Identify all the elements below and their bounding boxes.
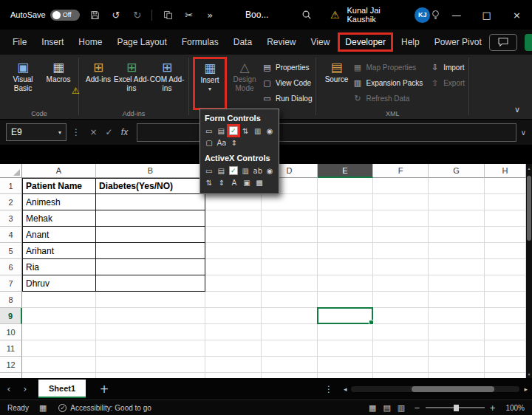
search-icon[interactable]: [301, 10, 313, 20]
add-sheet-button[interactable]: +: [98, 383, 111, 396]
cell-A12[interactable]: [22, 357, 96, 373]
horizontal-scroll-thumb[interactable]: [412, 386, 494, 392]
checkbox-activex-icon[interactable]: ✓: [229, 166, 238, 175]
cell-D13[interactable]: [262, 373, 318, 378]
view-code-button[interactable]: ▢ View Code: [262, 78, 312, 89]
column-header-E[interactable]: E: [318, 164, 373, 178]
cell-A1[interactable]: Patient Name: [22, 178, 96, 194]
row-header-11[interactable]: 11: [0, 340, 22, 357]
cell-C6[interactable]: [205, 259, 262, 275]
map-properties-button[interactable]: ▦ Map Properties: [352, 62, 423, 73]
cell-H8[interactable]: [485, 292, 526, 308]
cell-C8[interactable]: [205, 292, 262, 308]
cell-B7[interactable]: [96, 275, 205, 292]
cell-B8[interactable]: [96, 292, 205, 308]
row-header-1[interactable]: 1: [0, 178, 22, 194]
insert-controls-button[interactable]: ▦ Insert ▾: [193, 57, 227, 110]
com-addins-button[interactable]: ⊞ COM Add-ins: [149, 57, 185, 106]
cell-F11[interactable]: [373, 340, 429, 357]
cell-G9[interactable]: [429, 308, 485, 324]
cell-G13[interactable]: [429, 373, 485, 378]
checkbox-form-control-icon[interactable]: ✓: [229, 126, 238, 135]
document-title[interactable]: Boo...: [245, 10, 268, 20]
accessibility-status[interactable]: ✓ Accessibility: Good to go: [58, 404, 151, 412]
vertical-scroll-thumb[interactable]: [527, 176, 531, 241]
scroll-down-icon[interactable]: ▾: [528, 371, 530, 377]
scroll-bar-form-control-icon[interactable]: ⇕: [229, 137, 239, 148]
scroll-bar-activex-icon[interactable]: ⇕: [216, 177, 227, 188]
option-button-activex-icon[interactable]: ◉: [265, 165, 275, 176]
name-box[interactable]: E9 ▾: [6, 123, 66, 141]
cell-H1[interactable]: [485, 178, 526, 194]
column-header-G[interactable]: G: [429, 164, 485, 178]
list-box-form-control-icon[interactable]: ▥: [253, 126, 262, 136]
autosave-control[interactable]: AutoSave Off: [10, 10, 80, 21]
zoom-slider-knob[interactable]: [454, 405, 459, 411]
tab-page-layout[interactable]: Page Layout: [110, 32, 173, 52]
cell-B10[interactable]: [96, 324, 205, 340]
expansion-packs-button[interactable]: ▥ Expansion Packs: [352, 78, 423, 89]
cell-C2[interactable]: [205, 194, 262, 210]
cell-H13[interactable]: [485, 373, 526, 378]
active-cell-selection[interactable]: [317, 307, 373, 324]
cell-C12[interactable]: [205, 357, 262, 373]
properties-button[interactable]: ▤ Properties: [262, 62, 312, 73]
zoom-in-icon[interactable]: +: [490, 404, 496, 412]
cell-H5[interactable]: [485, 243, 526, 259]
column-header-F[interactable]: F: [373, 164, 429, 178]
cell-E13[interactable]: [318, 373, 373, 378]
cell-F10[interactable]: [373, 324, 429, 340]
column-header-H[interactable]: H: [485, 164, 526, 178]
formula-input[interactable]: [137, 123, 516, 142]
tab-help[interactable]: Help: [395, 32, 426, 52]
cell-H2[interactable]: [485, 194, 526, 210]
close-button[interactable]: ×: [502, 0, 532, 30]
run-dialog-button[interactable]: ▭ Run Dialog: [262, 93, 312, 104]
warning-icon[interactable]: ⚠: [330, 9, 340, 21]
zoom-slider[interactable]: [426, 407, 485, 408]
select-all-corner[interactable]: [0, 164, 22, 178]
horizontal-scrollbar[interactable]: [351, 386, 519, 392]
spin-button-activex-icon[interactable]: ⇅: [204, 177, 214, 188]
cell-D6[interactable]: [262, 259, 318, 275]
cell-A4[interactable]: Anant: [22, 227, 96, 243]
cell-F8[interactable]: [373, 292, 429, 308]
cell-B5[interactable]: [96, 243, 205, 259]
cell-H9[interactable]: [485, 308, 526, 324]
cell-H7[interactable]: [485, 275, 526, 292]
macros-button[interactable]: ▦ Macros: [42, 57, 75, 106]
chevron-down-icon[interactable]: ▾: [58, 129, 61, 136]
redo-icon[interactable]: ↻: [132, 10, 143, 21]
cell-D11[interactable]: [262, 340, 318, 357]
tab-home[interactable]: Home: [72, 32, 109, 52]
cell-A7[interactable]: Dhruv: [22, 275, 96, 292]
macro-record-icon[interactable]: ▦: [39, 403, 47, 413]
cell-B3[interactable]: [96, 210, 205, 227]
row-header-5[interactable]: 5: [0, 243, 22, 259]
tab-data[interactable]: Data: [227, 32, 259, 52]
group-box-form-control-icon[interactable]: ▢: [204, 137, 214, 148]
tab-view[interactable]: View: [304, 32, 337, 52]
cell-H12[interactable]: [485, 357, 526, 373]
save-icon[interactable]: [89, 10, 101, 20]
scroll-up-icon[interactable]: ▴: [528, 165, 530, 171]
cell-F3[interactable]: [373, 210, 429, 227]
cell-B9[interactable]: [96, 308, 205, 324]
row-header-6[interactable]: 6: [0, 259, 22, 275]
cell-F4[interactable]: [373, 227, 429, 243]
cell-C9[interactable]: [205, 308, 262, 324]
cell-E6[interactable]: [318, 259, 373, 275]
cell-E10[interactable]: [318, 324, 373, 340]
cell-H6[interactable]: [485, 259, 526, 275]
cell-C13[interactable]: [205, 373, 262, 378]
cell-B2[interactable]: [96, 194, 205, 210]
cell-D2[interactable]: [262, 194, 318, 210]
label-form-control-icon[interactable]: Aa: [216, 137, 227, 148]
copy-icon[interactable]: [162, 10, 174, 20]
row-header-8[interactable]: 8: [0, 292, 22, 308]
cell-E2[interactable]: [318, 194, 373, 210]
cell-H10[interactable]: [485, 324, 526, 340]
cell-B11[interactable]: [96, 340, 205, 357]
row-header-7[interactable]: 7: [0, 275, 22, 292]
cell-F7[interactable]: [373, 275, 429, 292]
